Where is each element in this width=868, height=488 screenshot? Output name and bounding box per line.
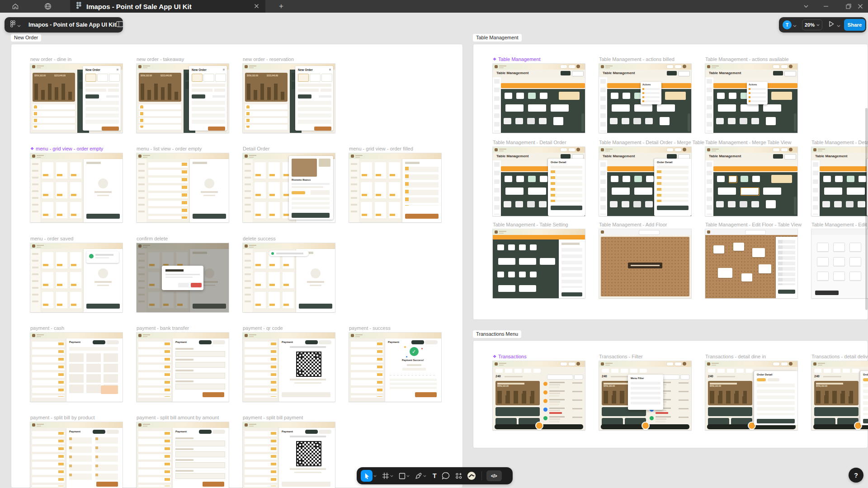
window-menu-chevron-icon[interactable] xyxy=(799,0,813,13)
frame-label[interactable]: Table Management - Edit Floor - Table Vi… xyxy=(705,221,802,228)
frame-thumbnail-tm-base[interactable]: Table Management xyxy=(493,64,585,133)
figma-logo-icon[interactable] xyxy=(10,20,15,29)
avatar-chevron-icon[interactable] xyxy=(793,21,797,29)
frame-thumbnail-delete-success[interactable] xyxy=(243,243,335,312)
frame-label[interactable]: confirm delete xyxy=(137,235,168,242)
tab-close-icon[interactable] xyxy=(254,2,259,10)
shape-tool-chevron-icon[interactable] xyxy=(406,475,410,477)
frame-label[interactable]: Transactions - detail dine in xyxy=(705,353,766,360)
window-close-icon[interactable] xyxy=(854,0,867,13)
frame-thumbnail-tm-setting[interactable] xyxy=(493,229,585,298)
frame-thumbnail-detail-order[interactable]: Ristretto Bianco xyxy=(243,153,335,222)
pen-tool-button[interactable] xyxy=(415,472,422,479)
file-tab[interactable]: Imapos - Point of Sale App UI Kit xyxy=(70,0,265,13)
sidebar-toggle-icon[interactable] xyxy=(116,21,123,29)
home-icon[interactable] xyxy=(8,0,23,13)
frame-label[interactable]: Table Management - Edit Floor xyxy=(811,221,868,228)
frame-thumbnail-confirm-delete[interactable] xyxy=(137,243,229,312)
frame-thumbnail-menu-grid[interactable] xyxy=(30,153,123,222)
frame-thumbnail-tm-detail[interactable]: Table ManagementOrder Detail xyxy=(599,147,691,216)
frame-thumbnail-tx-base[interactable]: 240$559,102.00 xyxy=(493,361,585,430)
frame-thumbnail-pay-bank[interactable]: Payment xyxy=(137,422,229,488)
window-minimize-icon[interactable] xyxy=(819,0,833,13)
avatar[interactable]: T xyxy=(783,20,792,29)
section-name-tab[interactable]: Table Management xyxy=(473,34,522,42)
frame-label[interactable]: ❖Table Management xyxy=(493,56,541,62)
frame-thumbnail-tm-detail[interactable]: Table ManagementOrder Detail xyxy=(811,147,868,216)
frame-thumbnail-tx-detail[interactable]: 240$559,102.00Order Detail xyxy=(811,361,868,430)
frame-label[interactable]: Detail Order xyxy=(243,145,269,152)
frame-thumbnail-tm-actions[interactable]: Table ManagementActions xyxy=(599,64,691,133)
frame-label[interactable]: ❖Transactions xyxy=(493,353,527,360)
community-icon[interactable] xyxy=(41,0,55,13)
frame-label[interactable]: Transactions - Filter xyxy=(599,353,643,360)
frame-label[interactable]: payment - success xyxy=(349,325,391,331)
frame-thumbnail-order-saved[interactable] xyxy=(30,243,123,312)
chevron-down-icon[interactable] xyxy=(17,21,21,29)
frame-label[interactable]: Table Management - Detail Order - Merge … xyxy=(599,139,704,145)
frame-label[interactable]: menu - order saved xyxy=(30,235,73,242)
frame-label[interactable]: payment - split bill payment xyxy=(243,414,303,421)
frame-thumbnail-tx-detail[interactable]: 240$559,102.00Order Detail xyxy=(705,361,797,430)
frame-label[interactable]: Transactions - detail delivery xyxy=(811,353,868,360)
ai-tool-button[interactable] xyxy=(467,471,476,480)
present-chevron-icon[interactable] xyxy=(837,21,840,29)
frame-thumbnail-pay-cash[interactable]: Payment xyxy=(30,333,123,402)
frame-label[interactable]: Table Management - Add Floor xyxy=(599,221,667,228)
text-tool-button[interactable]: T xyxy=(433,472,437,479)
frame-label[interactable]: payment - cash xyxy=(30,325,64,331)
frame-label[interactable]: Table Management - Table Setting xyxy=(493,221,568,228)
frame-label[interactable]: new order - dine in xyxy=(30,56,71,62)
frame-label[interactable]: payment - split bill by product xyxy=(30,414,94,421)
frame-thumbnail-new-order[interactable]: $559,102.00$223,640.80New Order xyxy=(137,64,229,133)
frame-label[interactable]: new order - takeaway xyxy=(137,56,184,62)
frame-label[interactable]: delete success xyxy=(243,235,276,242)
frame-label[interactable]: Table Management - Merge Table View xyxy=(705,139,791,145)
frame-thumbnail-tm-editfloor[interactable] xyxy=(705,229,797,298)
frame-thumbnail-pay-success[interactable]: Payment✓Payment Success! xyxy=(349,333,441,402)
vertical-scrollbar[interactable] xyxy=(865,108,868,310)
frame-thumbnail-new-order[interactable]: $559,102.00$223,640.80New Order xyxy=(30,64,123,133)
frame-label[interactable]: payment - bank transfer xyxy=(137,325,189,331)
frame-label[interactable]: payment - qr code xyxy=(243,325,283,331)
shape-tool-button[interactable] xyxy=(399,473,406,479)
frame-thumbnail-menu-list[interactable] xyxy=(137,153,229,222)
section-name-tab[interactable]: Transactions Menu xyxy=(473,330,521,338)
frame-tool-button[interactable] xyxy=(382,472,389,479)
frame-label[interactable]: Table Management - actions available xyxy=(705,56,789,62)
zoom-control[interactable]: 20% xyxy=(802,19,822,30)
frame-label[interactable]: menu - grid view - order filled xyxy=(349,145,413,152)
frame-thumbnail-tm-addfloor[interactable] xyxy=(599,229,691,298)
canvas[interactable]: New Ordernew order - dine in$559,102.00$… xyxy=(0,0,868,488)
file-name[interactable]: Imapos - Point of Sale App UI Kit xyxy=(28,22,116,28)
frame-thumbnail-pay-qr[interactable]: Payment xyxy=(243,333,335,402)
frame-thumbnail-tm-detail[interactable]: Table ManagementOrder Detail xyxy=(493,147,585,216)
frame-label[interactable]: Table Management - Detail Order xyxy=(493,139,566,145)
frame-thumbnail-menu-filled[interactable] xyxy=(349,153,441,222)
frame-thumbnail-pay-qr[interactable]: Payment xyxy=(243,422,335,488)
frame-label[interactable]: Table Management - Detail Or xyxy=(811,139,868,145)
frame-label[interactable]: menu - list view - order empty xyxy=(137,145,202,152)
frame-thumbnail-tm-merge[interactable]: Table Management xyxy=(705,147,797,216)
frame-label[interactable]: ❖menu - grid view - order empty xyxy=(30,145,103,152)
share-button[interactable]: Share xyxy=(844,19,865,31)
frame-label[interactable]: payment - split bill amount by amount xyxy=(137,414,219,421)
frame-thumbnail-pay-split[interactable]: Payment xyxy=(30,422,123,488)
frame-label[interactable]: Table Management - actions billed xyxy=(599,56,675,62)
present-icon[interactable] xyxy=(829,21,834,29)
help-button[interactable]: ? xyxy=(849,468,863,483)
dev-mode-toggle[interactable]: </> xyxy=(486,470,502,481)
frame-label[interactable]: new order - reservation xyxy=(243,56,294,62)
move-tool-button[interactable] xyxy=(361,470,373,482)
new-tab-button[interactable]: + xyxy=(274,0,288,13)
frame-tool-chevron-icon[interactable] xyxy=(390,475,393,477)
move-tool-chevron-icon[interactable] xyxy=(373,475,377,477)
frame-thumbnail-pay-bank[interactable]: Payment xyxy=(137,333,229,402)
frame-thumbnail-new-order[interactable]: $559,102.00$223,640.80New Order xyxy=(243,64,335,133)
actions-tool-button[interactable] xyxy=(455,472,462,479)
frame-thumbnail-tx-filter[interactable]: 240$559,102.00Menu Filter xyxy=(599,361,691,430)
frame-thumbnail-tm-editfloor2[interactable] xyxy=(811,229,868,298)
pen-tool-chevron-icon[interactable] xyxy=(423,475,426,477)
comment-tool-button[interactable] xyxy=(442,472,450,479)
frame-thumbnail-tm-actions[interactable]: Table ManagementActions xyxy=(705,64,797,133)
